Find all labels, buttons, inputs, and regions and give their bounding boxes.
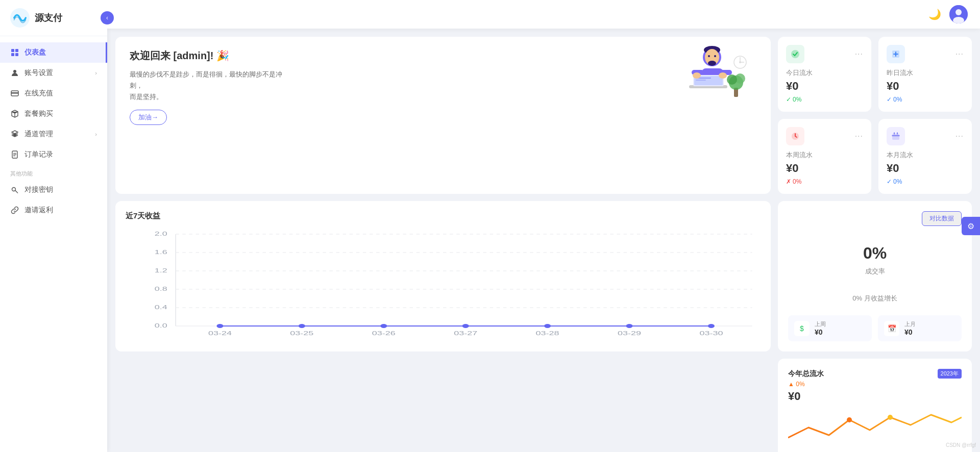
stats-grid: ··· 今日流水 ¥0 ✓ 0% ·· bbox=[778, 37, 972, 194]
yesterday-more-button[interactable]: ··· bbox=[955, 49, 964, 59]
chevron-right-icon-channels: › bbox=[95, 131, 97, 137]
credit-card-icon bbox=[10, 89, 19, 98]
other-functions-label: 其他功能 bbox=[0, 165, 107, 180]
week-more-button[interactable]: ··· bbox=[855, 132, 863, 141]
svg-point-40 bbox=[791, 50, 799, 58]
yesterday-icon bbox=[887, 45, 905, 63]
logo-icon bbox=[10, 8, 30, 28]
svg-point-5 bbox=[13, 70, 16, 73]
svg-text:1.6: 1.6 bbox=[155, 249, 167, 255]
svg-point-64 bbox=[216, 324, 223, 328]
check-icon-3: ✓ bbox=[887, 178, 892, 185]
sidebar-item-channels[interactable]: 通道管理 › bbox=[0, 124, 107, 144]
svg-point-12 bbox=[12, 188, 16, 191]
svg-text:03-29: 03-29 bbox=[618, 330, 641, 336]
today-more-button[interactable]: ··· bbox=[855, 49, 863, 59]
svg-text:0.4: 0.4 bbox=[155, 304, 167, 310]
user-icon bbox=[10, 68, 19, 78]
svg-rect-43 bbox=[892, 134, 899, 140]
month-label: 本月流水 bbox=[887, 150, 964, 160]
svg-text:0.8: 0.8 bbox=[155, 286, 167, 292]
svg-point-72 bbox=[888, 415, 893, 420]
svg-rect-7 bbox=[11, 92, 18, 94]
chart-section: 近7天收益 0.0 0.4 0.8 1.2 1. bbox=[115, 201, 771, 351]
chart-title: 近7天收益 bbox=[126, 211, 761, 221]
logo-text: 源支付 bbox=[35, 12, 62, 24]
last-week-stat: $ 上周 ¥0 bbox=[788, 315, 872, 341]
chevron-right-icon: › bbox=[95, 70, 97, 76]
sidebar-item-invite[interactable]: 邀请返利 bbox=[0, 200, 107, 220]
yesterday-label: 昨日流水 bbox=[887, 68, 964, 78]
svg-text:03-26: 03-26 bbox=[372, 330, 396, 336]
svg-text:03-28: 03-28 bbox=[536, 330, 559, 336]
gear-icon: ⚙ bbox=[967, 221, 974, 231]
sidebar-item-packages[interactable]: 套餐购买 bbox=[0, 104, 107, 124]
svg-text:2.0: 2.0 bbox=[155, 231, 167, 237]
welcome-illustration bbox=[669, 42, 750, 108]
year-flow-card: 今年总流水 2023年 ▲ 0% ¥0 bbox=[778, 359, 972, 452]
svg-point-67 bbox=[462, 324, 469, 328]
year-flow-title: 今年总流水 bbox=[788, 369, 824, 379]
svg-rect-4 bbox=[15, 53, 18, 56]
main-content: 🌙 欢迎回来 [admin]! 🎉 最慢的步伐不是跬步，而是徘徊，最快的脚步不是… bbox=[107, 0, 980, 452]
sidebar-item-account[interactable]: 账号设置 › bbox=[0, 63, 107, 83]
year-flow-value: ¥0 bbox=[788, 390, 962, 403]
svg-rect-2 bbox=[15, 49, 18, 52]
sidebar-item-orders[interactable]: 订单记录 bbox=[0, 144, 107, 165]
dollar-icon: $ bbox=[794, 321, 810, 336]
svg-point-31 bbox=[719, 72, 727, 79]
week-icon bbox=[786, 127, 804, 145]
grid-icon bbox=[10, 48, 19, 57]
file-text-icon bbox=[10, 150, 19, 159]
week-growth: ✗ 0% bbox=[786, 178, 801, 185]
month-icon bbox=[887, 127, 905, 145]
sidebar-menu: 仪表盘 账号设置 › 在线充值 套餐购买 bbox=[0, 36, 107, 452]
year-badge: 2023年 bbox=[938, 369, 962, 379]
package-icon bbox=[10, 109, 19, 118]
chart-area: 0.0 0.4 0.8 1.2 1.6 2.0 03-24 03-25 03-2… bbox=[126, 229, 761, 341]
welcome-title: 欢迎回来 [admin]! 🎉 bbox=[130, 49, 756, 63]
svg-text:1.2: 1.2 bbox=[155, 267, 167, 273]
today-growth: ✓ 0% bbox=[786, 96, 801, 103]
sidebar-toggle-button[interactable]: ‹ bbox=[101, 11, 114, 24]
today-label: 今日流水 bbox=[786, 68, 863, 78]
link-icon bbox=[10, 206, 19, 215]
svg-point-66 bbox=[380, 324, 387, 328]
stat-card-yesterday: ··· 昨日流水 ¥0 ✓ 0% bbox=[878, 37, 972, 112]
svg-point-30 bbox=[693, 72, 701, 79]
sidebar-item-recharge[interactable]: 在线充值 bbox=[0, 83, 107, 104]
x-icon: ✗ bbox=[786, 178, 791, 185]
svg-text:03-25: 03-25 bbox=[290, 330, 313, 336]
compare-data-button[interactable]: 对比数据 bbox=[922, 211, 962, 226]
stat-card-week: ··· 本周流水 ¥0 ✗ 0% bbox=[778, 119, 871, 194]
svg-text:0.0: 0.0 bbox=[155, 322, 167, 329]
avatar[interactable] bbox=[949, 5, 968, 23]
svg-rect-29 bbox=[696, 80, 706, 81]
csdn-watermark: CSDN @rrfgf bbox=[946, 442, 976, 448]
last-month-stat: 📅 上月 ¥0 bbox=[878, 315, 962, 341]
stat-card-today: ··· 今日流水 ¥0 ✓ 0% bbox=[778, 37, 871, 112]
check-icon-2: ✓ bbox=[887, 96, 892, 103]
dashboard: 欢迎回来 [admin]! 🎉 最慢的步伐不是跬步，而是徘徊，最快的脚步不是冲刺… bbox=[107, 29, 980, 452]
conversion-rate: 0% bbox=[863, 244, 887, 263]
yesterday-growth: ✓ 0% bbox=[887, 96, 902, 103]
header: 🌙 bbox=[107, 0, 980, 29]
conversion-card: 对比数据 0% 成交率 0% 月收益增长 $ 上周 ¥0 📅 上月 ¥0 bbox=[778, 201, 972, 351]
theme-toggle-button[interactable]: 🌙 bbox=[928, 8, 941, 20]
svg-point-70 bbox=[708, 324, 715, 328]
svg-rect-3 bbox=[11, 53, 14, 56]
sidebar-item-dashboard[interactable]: 仪表盘 bbox=[0, 42, 107, 63]
yesterday-value: ¥0 bbox=[887, 80, 964, 93]
svg-text:03-30: 03-30 bbox=[699, 330, 723, 336]
sidebar-item-apikey[interactable]: 对接密钥 bbox=[0, 180, 107, 200]
svg-point-35 bbox=[727, 74, 737, 85]
month-more-button[interactable]: ··· bbox=[955, 132, 964, 141]
svg-point-20 bbox=[708, 55, 710, 57]
settings-button[interactable]: ⚙ bbox=[962, 217, 980, 235]
week-label: 本周流水 bbox=[786, 150, 863, 160]
svg-point-65 bbox=[299, 324, 305, 328]
month-growth: ✓ 0% bbox=[887, 178, 902, 185]
key-icon bbox=[10, 185, 19, 194]
svg-text:03-24: 03-24 bbox=[208, 330, 232, 336]
cheer-button[interactable]: 加油→ bbox=[130, 110, 167, 125]
